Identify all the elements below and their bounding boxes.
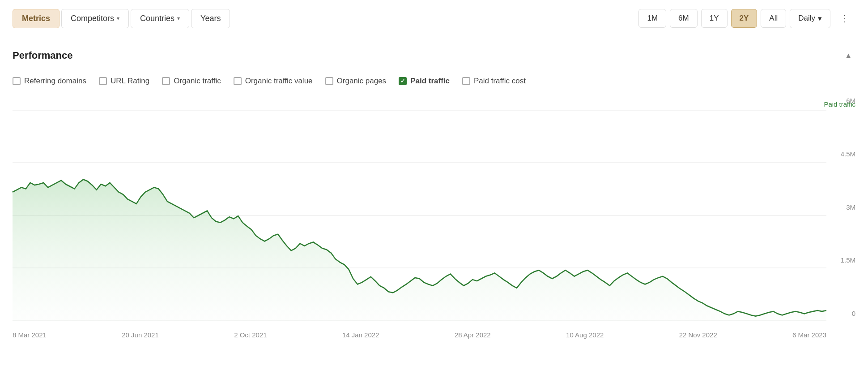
url-rating-label: URL Rating (111, 77, 149, 86)
collapse-icon: ▲ (845, 52, 852, 59)
metric-organic-traffic-value[interactable]: Organic traffic value (234, 77, 313, 86)
organic-traffic-label: Organic traffic (174, 77, 221, 86)
y-label-6m: 6M (846, 97, 855, 104)
daily-chevron-icon: ▾ (818, 14, 822, 23)
daily-button[interactable]: Daily ▾ (790, 9, 830, 28)
period-1y-label: 1Y (710, 14, 719, 22)
competitors-label: Competitors (71, 14, 114, 23)
period-1y-button[interactable]: 1Y (701, 9, 728, 28)
countries-chevron-icon: ▾ (177, 15, 180, 22)
period-6m-label: 6M (678, 14, 689, 22)
chart-container (13, 110, 826, 321)
metrics-button[interactable]: Metrics (13, 9, 60, 28)
paid-traffic-cost-checkbox[interactable] (462, 77, 470, 85)
metric-paid-traffic[interactable]: Paid traffic (399, 77, 450, 86)
y-label-3m: 3M (846, 203, 855, 211)
paid-traffic-checkbox[interactable] (399, 77, 407, 85)
years-button[interactable]: Years (191, 9, 230, 28)
section-header: Performance ▲ (13, 50, 855, 61)
metrics-row: Referring domains URL Rating Organic tra… (13, 71, 855, 93)
organic-pages-checkbox[interactable] (325, 77, 333, 85)
more-dots-icon: ⋮ (840, 13, 850, 23)
x-label-aug22: 10 Aug 2022 (566, 331, 604, 339)
metric-organic-pages[interactable]: Organic pages (325, 77, 387, 86)
daily-label: Daily (798, 14, 815, 23)
organic-traffic-value-label: Organic traffic value (245, 77, 313, 86)
x-label-jan22: 14 Jan 2022 (342, 331, 379, 339)
y-label-0: 0 (852, 310, 855, 317)
period-all-button[interactable]: All (761, 9, 786, 28)
period-2y-button[interactable]: 2Y (731, 9, 757, 28)
metrics-label: Metrics (22, 14, 50, 23)
organic-traffic-value-checkbox[interactable] (234, 77, 242, 85)
period-1m-button[interactable]: 1M (638, 9, 666, 28)
chart-area: Paid traffic 6M 4.5M 3M 1.5M 0 (13, 97, 855, 339)
chart-svg (13, 110, 826, 321)
organic-traffic-checkbox[interactable] (162, 77, 170, 85)
countries-button[interactable]: Countries ▾ (131, 9, 189, 28)
right-controls: 1M 6M 1Y 2Y All Daily ▾ ⋮ (638, 8, 855, 29)
years-label: Years (200, 14, 221, 23)
performance-title: Performance (13, 50, 73, 61)
competitors-button[interactable]: Competitors ▾ (61, 9, 129, 28)
x-label-mar23: 6 Mar 2023 (792, 331, 826, 339)
x-label-jun21: 20 Jun 2021 (122, 331, 159, 339)
collapse-button[interactable]: ▲ (841, 50, 855, 61)
x-label-nov22: 22 Nov 2022 (679, 331, 717, 339)
paid-traffic-cost-label: Paid traffic cost (474, 77, 526, 86)
metric-url-rating[interactable]: URL Rating (99, 77, 149, 86)
y-label-15m: 1.5M (841, 256, 855, 264)
main-content: Performance ▲ Referring domains URL Rati… (0, 37, 868, 339)
organic-pages-label: Organic pages (337, 77, 387, 86)
period-2y-label: 2Y (740, 14, 749, 22)
period-all-label: All (769, 14, 778, 22)
top-bar: Metrics Competitors ▾ Countries ▾ Years … (0, 0, 868, 37)
y-label-45m: 4.5M (841, 150, 855, 158)
referring-domains-label: Referring domains (24, 77, 86, 86)
period-6m-button[interactable]: 6M (670, 9, 698, 28)
metric-referring-domains[interactable]: Referring domains (13, 77, 86, 86)
chart-x-labels: 8 Mar 2021 20 Jun 2021 2 Oct 2021 14 Jan… (13, 331, 826, 339)
competitors-chevron-icon: ▾ (117, 15, 119, 22)
period-1m-label: 1M (647, 14, 658, 22)
referring-domains-checkbox[interactable] (13, 77, 21, 85)
x-label-oct21: 2 Oct 2021 (234, 331, 267, 339)
paid-traffic-label: Paid traffic (410, 77, 450, 86)
more-options-button[interactable]: ⋮ (834, 8, 855, 29)
url-rating-checkbox[interactable] (99, 77, 107, 85)
x-label-apr22: 28 Apr 2022 (455, 331, 491, 339)
chart-y-labels: 6M 4.5M 3M 1.5M 0 (829, 97, 855, 321)
metric-organic-traffic[interactable]: Organic traffic (162, 77, 221, 86)
x-label-mar21: 8 Mar 2021 (13, 331, 47, 339)
left-nav: Metrics Competitors ▾ Countries ▾ Years (13, 9, 230, 28)
metric-paid-traffic-cost[interactable]: Paid traffic cost (462, 77, 526, 86)
countries-label: Countries (140, 14, 174, 23)
chart-area-fill (13, 180, 826, 321)
